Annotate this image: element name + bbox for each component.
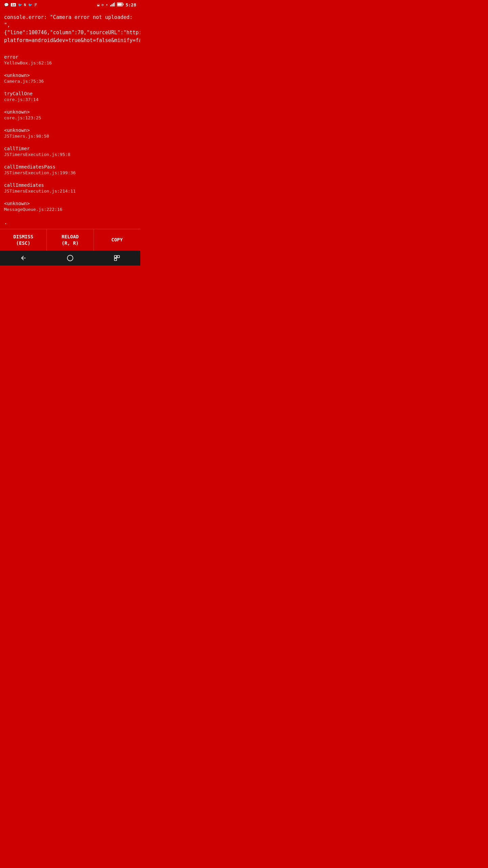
back-button[interactable] bbox=[19, 254, 27, 262]
error-header: console.error: "Camera error not uploade… bbox=[4, 14, 136, 44]
stack-function-1: <unknown> bbox=[4, 73, 136, 78]
reload-button[interactable]: RELOAD (R, R) bbox=[47, 229, 94, 251]
stack-location-3: core.js:123:25 bbox=[4, 115, 136, 120]
stack-function-2: tryCallOne bbox=[4, 91, 136, 96]
battery-icon bbox=[117, 2, 124, 7]
status-bar: 💬 in 🐦 N 🐦 ℱ ⬓ ⊖ ▾ 5:28 bbox=[0, 0, 140, 9]
twitter2-icon: 🐦 bbox=[28, 3, 32, 7]
svg-point-7 bbox=[67, 255, 73, 261]
status-time: 5:28 bbox=[126, 2, 136, 7]
stack-location-4: JSTimers.js:98:50 bbox=[4, 134, 136, 139]
stack-item-3: <unknown> core.js:123:25 bbox=[4, 105, 136, 124]
reload-label: RELOAD (R, R) bbox=[62, 234, 79, 246]
stack-item-6: callImmediatesPass JSTimersExecution.js:… bbox=[4, 160, 136, 179]
svg-rect-1 bbox=[111, 4, 113, 6]
signal-bars-icon bbox=[110, 2, 115, 7]
svg-rect-8 bbox=[115, 256, 117, 258]
stack-location-5: JSTimersExecution.js:95:8 bbox=[4, 152, 136, 157]
stack-function-3: <unknown> bbox=[4, 109, 136, 115]
recents-button[interactable] bbox=[113, 254, 121, 262]
reload-label-line1: RELOAD bbox=[62, 234, 79, 239]
bluetooth-icon: ⬓ bbox=[97, 3, 100, 7]
dismiss-button[interactable]: DISMISS (ESC) bbox=[0, 229, 47, 251]
dismiss-label: DISMISS (ESC) bbox=[13, 234, 33, 246]
stack-item-4: <unknown> JSTimers.js:98:50 bbox=[4, 124, 136, 142]
main-content: console.error: "Camera error not uploade… bbox=[0, 9, 140, 229]
status-bar-left: 💬 in 🐦 N 🐦 ℱ bbox=[4, 3, 37, 7]
dots-row: . bbox=[4, 215, 136, 229]
stack-function-6: callImmediatesPass bbox=[4, 164, 136, 170]
stack-item-8: <unknown> MessageQueue.js:222:16 bbox=[4, 197, 136, 215]
stack-item-0: error YellowBox.js:62:16 bbox=[4, 51, 136, 69]
bottom-buttons: DISMISS (ESC) RELOAD (R, R) COPY bbox=[0, 229, 140, 251]
linkedin-icon: in bbox=[11, 3, 16, 6]
svg-rect-0 bbox=[110, 5, 111, 6]
stack-item-7: callImmediates JSTimersExecution.js:214:… bbox=[4, 179, 136, 197]
stack-function-5: callTimer bbox=[4, 146, 136, 151]
signal-minus-icon: ⊖ bbox=[101, 3, 104, 7]
stack-item-5: callTimer JSTimersExecution.js:95:8 bbox=[4, 142, 136, 160]
dots-text: . bbox=[4, 219, 7, 225]
dismiss-label-line2: (ESC) bbox=[16, 240, 30, 246]
stack-item-2: tryCallOne core.js:37:14 bbox=[4, 87, 136, 105]
n-icon: N bbox=[24, 3, 26, 7]
status-bar-right: ⬓ ⊖ ▾ 5:28 bbox=[97, 2, 136, 7]
f-icon: ℱ bbox=[34, 3, 37, 7]
home-button[interactable] bbox=[66, 254, 74, 262]
stack-location-8: MessageQueue.js:222:16 bbox=[4, 207, 136, 212]
stack-trace: error YellowBox.js:62:16 <unknown> Camer… bbox=[4, 51, 136, 229]
copy-label: COPY bbox=[111, 237, 123, 243]
svg-rect-9 bbox=[117, 256, 120, 258]
stack-function-0: error bbox=[4, 54, 136, 60]
svg-rect-6 bbox=[117, 3, 122, 5]
copy-button[interactable]: COPY bbox=[94, 229, 140, 251]
stack-item-1: <unknown> Camera.js:75:36 bbox=[4, 69, 136, 87]
twitter1-icon: 🐦 bbox=[18, 3, 22, 7]
wifi-icon: ▾ bbox=[106, 3, 108, 7]
stack-location-1: Camera.js:75:36 bbox=[4, 79, 136, 84]
svg-rect-2 bbox=[113, 3, 114, 6]
stack-location-6: JSTimersExecution.js:199:36 bbox=[4, 170, 136, 175]
svg-rect-5 bbox=[123, 3, 123, 5]
messenger-icon: 💬 bbox=[4, 3, 9, 7]
stack-location-2: core.js:37:14 bbox=[4, 97, 136, 102]
stack-location-0: YellowBox.js:62:16 bbox=[4, 60, 136, 65]
stack-function-7: callImmediates bbox=[4, 182, 136, 188]
nav-bar bbox=[0, 251, 140, 265]
stack-location-7: JSTimersExecution.js:214:11 bbox=[4, 189, 136, 194]
reload-label-line2: (R, R) bbox=[62, 240, 79, 246]
svg-rect-3 bbox=[114, 2, 115, 6]
error-header-text: console.error: "Camera error not uploade… bbox=[4, 14, 140, 43]
stack-function-4: <unknown> bbox=[4, 127, 136, 133]
dismiss-label-line1: DISMISS bbox=[13, 234, 33, 239]
stack-function-8: <unknown> bbox=[4, 201, 136, 206]
svg-rect-10 bbox=[115, 258, 117, 261]
